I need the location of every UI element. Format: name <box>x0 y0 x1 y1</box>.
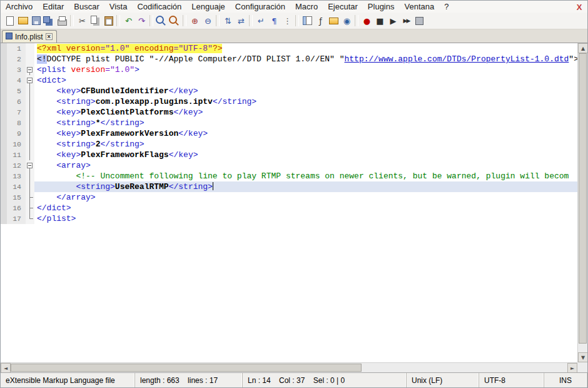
vertical-scrollbar[interactable]: ▲ ▼ <box>577 43 587 362</box>
window-close-button[interactable]: X <box>571 2 587 12</box>
show-all-characters-icon[interactable]: ¶ <box>268 15 280 27</box>
new-file-icon[interactable] <box>4 15 16 27</box>
scroll-down-icon[interactable]: ▼ <box>578 352 587 362</box>
print-icon[interactable] <box>56 15 68 27</box>
line-number: 6 <box>1 96 26 107</box>
tab-close-icon[interactable] <box>46 33 53 40</box>
line-number: 4 <box>1 75 26 86</box>
horizontal-scrollbar[interactable]: ◄ ► <box>1 362 577 372</box>
zoom-in-icon[interactable]: ⊕ <box>189 15 201 27</box>
code-line-17[interactable]: 17</plist> <box>1 213 577 224</box>
fold-margin <box>26 213 34 224</box>
menu-item-editar[interactable]: Editar <box>38 1 69 13</box>
code-line-2[interactable]: 2<!DOCTYPE plist PUBLIC "-//Apple Comput… <box>1 54 577 64</box>
code-line-13[interactable]: 13 <!-- Uncomment following line to play… <box>1 171 577 181</box>
vertical-scroll-thumb[interactable] <box>579 53 587 344</box>
fold-collapse-icon[interactable] <box>26 160 34 171</box>
code-line-16[interactable]: 16</dict> <box>1 203 577 213</box>
copy-icon[interactable] <box>89 15 101 27</box>
tab-info-plist[interactable]: Info.plist <box>2 30 57 43</box>
find-icon[interactable] <box>156 15 168 27</box>
code-line-1[interactable]: 1<?xml version="1.0" encoding="UTF-8"?> <box>1 43 577 54</box>
notepadpp-window: ArchivoEditarBuscarVistaCodificaciónLeng… <box>0 0 588 388</box>
code-text: <!-- Uncomment following line to play RT… <box>34 171 577 181</box>
editor[interactable]: 1<?xml version="1.0" encoding="UTF-8"?>2… <box>1 43 577 362</box>
undo-icon[interactable]: ↶ <box>123 15 134 27</box>
editor-area: 1<?xml version="1.0" encoding="UTF-8"?>2… <box>1 43 587 372</box>
code-line-5[interactable]: 5 <key>CFBundleIdentifier</key> <box>1 86 577 96</box>
run-multiple-icon[interactable]: ▶▶ <box>400 15 412 27</box>
scroll-right-icon[interactable]: ► <box>567 363 577 372</box>
cut-icon[interactable]: ✂ <box>76 15 88 27</box>
horizontal-scroll-track[interactable] <box>11 363 567 372</box>
menu-item-macro[interactable]: Macro <box>290 1 323 13</box>
status-eol-format[interactable]: Unix (LF) <box>407 373 479 387</box>
paste-icon[interactable] <box>103 15 114 27</box>
code-line-15[interactable]: 15 </array> <box>1 192 577 203</box>
menu-item-?[interactable]: ? <box>439 1 454 13</box>
code-text: <string>UseRealRTMP</string> <box>34 181 577 192</box>
save-macro-icon[interactable] <box>413 15 425 27</box>
menu-item-buscar[interactable]: Buscar <box>69 1 104 13</box>
save-icon[interactable] <box>30 15 42 27</box>
code-text: <string>*</string> <box>34 118 577 128</box>
indent-guide-icon[interactable]: ⋮ <box>281 15 293 27</box>
code-line-7[interactable]: 7 <key>PlexClientPlatforms</key> <box>1 107 577 118</box>
doc-map-icon[interactable] <box>302 15 313 27</box>
menu-item-ejecutar[interactable]: Ejecutar <box>323 1 363 13</box>
code-line-8[interactable]: 8 <string>*</string> <box>1 118 577 128</box>
vertical-scroll-track[interactable] <box>578 53 587 352</box>
function-list-icon[interactable]: ƒ <box>315 15 327 27</box>
code-line-11[interactable]: 11 <key>PlexFrameworkFlags</key> <box>1 150 577 160</box>
stop-record-icon[interactable]: ■ <box>374 15 386 27</box>
word-wrap-icon[interactable]: ↵ <box>255 15 267 27</box>
status-insert-mode[interactable]: INS <box>544 373 587 387</box>
code-text: <dict> <box>34 75 577 86</box>
menu-item-ventana[interactable]: Ventana <box>399 1 439 13</box>
fold-margin <box>26 96 34 107</box>
menu-item-archivo[interactable]: Archivo <box>1 1 38 13</box>
open-file-icon[interactable] <box>17 15 29 27</box>
scroll-up-icon[interactable]: ▲ <box>578 43 587 53</box>
scroll-left-icon[interactable]: ◄ <box>1 363 11 372</box>
menu-items: ArchivoEditarBuscarVistaCodificaciónLeng… <box>1 1 454 13</box>
redo-icon[interactable]: ↷ <box>136 15 148 27</box>
menu-item-codificacin[interactable]: Codificación <box>132 1 186 13</box>
code-line-14[interactable]: 14 <string>UseRealRTMP</string> <box>1 181 577 192</box>
line-number: 7 <box>1 107 26 118</box>
code-line-10[interactable]: 10 <string>2</string> <box>1 139 577 150</box>
horizontal-scroll-thumb[interactable] <box>11 364 362 372</box>
save-all-icon[interactable] <box>43 15 55 27</box>
playback-macro-icon[interactable]: ▶ <box>387 15 399 27</box>
menu-item-configuracin[interactable]: Configuración <box>230 1 290 13</box>
replace-icon[interactable] <box>169 15 181 27</box>
status-cursor-info: Ln : 14 Col : 37 Sel : 0 | 0 <box>243 373 407 387</box>
fold-margin <box>26 181 34 192</box>
code-line-12[interactable]: 12 <array> <box>1 160 577 171</box>
monitoring-icon[interactable]: ◉ <box>341 15 353 27</box>
menu-item-plugins[interactable]: Plugins <box>363 1 400 13</box>
code-text: <string>2</string> <box>34 139 577 150</box>
fold-collapse-icon[interactable] <box>26 75 34 86</box>
code-line-9[interactable]: 9 <key>PlexFrameworkVersion</key> <box>1 128 577 139</box>
menu-item-vista[interactable]: Vista <box>104 1 133 13</box>
status-encoding[interactable]: UTF-8 <box>479 373 544 387</box>
record-macro-icon[interactable]: ● <box>361 15 373 27</box>
fold-margin <box>26 128 34 139</box>
fold-margin <box>26 43 34 54</box>
zoom-out-icon[interactable]: ⊖ <box>202 15 214 27</box>
line-number: 15 <box>1 192 26 203</box>
fold-margin <box>26 192 34 203</box>
sync-vertical-icon[interactable]: ⇅ <box>222 15 234 27</box>
fold-margin <box>26 54 34 64</box>
line-number: 16 <box>1 203 26 213</box>
status-bar: eXtensible Markup Language file length :… <box>1 372 587 387</box>
sync-horizontal-icon[interactable]: ⇄ <box>235 15 247 27</box>
code-line-4[interactable]: 4<dict> <box>1 75 577 86</box>
menu-bar: ArchivoEditarBuscarVistaCodificaciónLeng… <box>1 1 587 13</box>
folder-workspace-icon[interactable] <box>328 15 340 27</box>
code-line-6[interactable]: 6 <string>com.plexapp.plugins.iptv</stri… <box>1 96 577 107</box>
menu-item-lenguaje[interactable]: Lenguaje <box>186 1 230 13</box>
fold-collapse-icon[interactable] <box>26 64 34 75</box>
code-line-3[interactable]: 3<plist version="1.0"> <box>1 64 577 75</box>
